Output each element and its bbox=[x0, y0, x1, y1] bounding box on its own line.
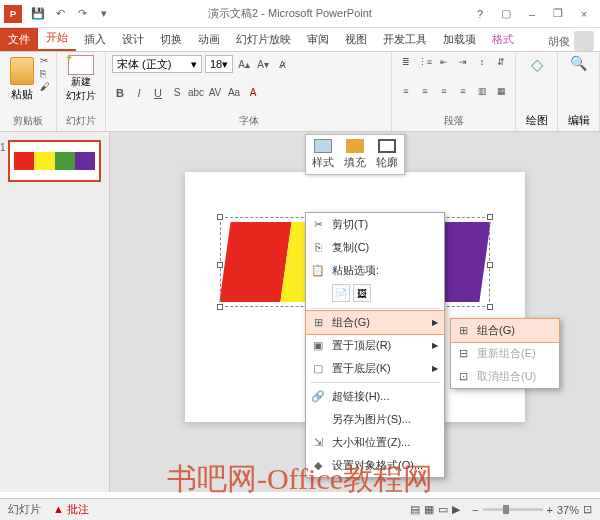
spacing-icon[interactable]: AV bbox=[207, 85, 223, 101]
ctx-group[interactable]: ⊞组合(G)▶ bbox=[306, 311, 444, 334]
view-buttons: ▤ ▦ ▭ ▶ bbox=[410, 503, 460, 516]
redo-icon[interactable]: ↷ bbox=[74, 6, 90, 22]
paste-options-row: 📄🖼 bbox=[306, 282, 444, 306]
tab-design[interactable]: 设计 bbox=[114, 28, 152, 51]
fill-icon bbox=[346, 139, 364, 153]
case-icon[interactable]: Aa bbox=[226, 85, 242, 101]
maximize-icon[interactable]: ❐ bbox=[546, 4, 570, 24]
ctx-copy[interactable]: ⎘复制(C) bbox=[306, 236, 444, 259]
zoom-percent[interactable]: 37% bbox=[557, 504, 579, 516]
bold-icon[interactable]: B bbox=[112, 85, 128, 101]
textdir-icon[interactable]: ⇵ bbox=[493, 55, 509, 69]
ctx-send-back[interactable]: ▢置于底层(K)▶ bbox=[306, 357, 444, 380]
mini-fill-button[interactable]: 填充 bbox=[340, 137, 370, 172]
zoom-out-icon[interactable]: − bbox=[472, 504, 478, 516]
ribbon-toggle-icon[interactable]: ▢ bbox=[494, 4, 518, 24]
shapes-icon[interactable]: ◇ bbox=[522, 55, 551, 74]
link-icon: 🔗 bbox=[311, 390, 325, 404]
smartart-icon[interactable]: ▦ bbox=[493, 84, 509, 98]
ctx-format-object[interactable]: ◆设置对象格式(O)... bbox=[306, 454, 444, 477]
bullets-icon[interactable]: ≣ bbox=[398, 55, 414, 69]
chevron-right-icon: ▶ bbox=[432, 318, 438, 327]
italic-icon[interactable]: I bbox=[131, 85, 147, 101]
cut-icon[interactable]: ✂ bbox=[40, 55, 50, 66]
tab-format[interactable]: 格式 bbox=[484, 28, 522, 51]
clipboard-icon bbox=[10, 57, 34, 85]
justify-icon[interactable]: ≡ bbox=[455, 84, 471, 98]
paste-button[interactable]: 粘贴 bbox=[6, 55, 38, 103]
indent-dec-icon[interactable]: ⇤ bbox=[436, 55, 452, 69]
tab-insert[interactable]: 插入 bbox=[76, 28, 114, 51]
paste-opt-2[interactable]: 🖼 bbox=[353, 284, 371, 302]
normal-view-icon[interactable]: ▤ bbox=[410, 503, 420, 516]
numbering-icon[interactable]: ⋮≡ bbox=[417, 55, 433, 69]
thumb-number: 1 bbox=[0, 142, 6, 153]
close-icon[interactable]: × bbox=[572, 4, 596, 24]
mini-style-button[interactable]: 样式 bbox=[308, 137, 338, 172]
find-icon[interactable]: 🔍 bbox=[564, 55, 593, 71]
group-icon: ⊞ bbox=[456, 324, 470, 338]
thumbnail-pane[interactable]: 1 bbox=[0, 132, 110, 492]
format-painter-icon[interactable]: 🖌 bbox=[40, 81, 50, 92]
help-icon[interactable]: ? bbox=[468, 4, 492, 24]
tab-animations[interactable]: 动画 bbox=[190, 28, 228, 51]
increase-font-icon[interactable]: A▴ bbox=[236, 56, 252, 72]
ctx-hyperlink[interactable]: 🔗超链接(H)... bbox=[306, 385, 444, 408]
qat-more-icon[interactable]: ▾ bbox=[96, 6, 112, 22]
slide-thumbnail-1[interactable]: 1 bbox=[8, 140, 101, 182]
window-controls: ? ▢ – ❐ × bbox=[468, 4, 596, 24]
tab-file[interactable]: 文件 bbox=[0, 28, 38, 51]
paste-icon: 📋 bbox=[311, 264, 325, 278]
tab-slideshow[interactable]: 幻灯片放映 bbox=[228, 28, 299, 51]
font-name-combo[interactable]: 宋体 (正文)▾ bbox=[112, 55, 202, 73]
font-size-combo[interactable]: 18▾ bbox=[205, 55, 233, 73]
sorter-view-icon[interactable]: ▦ bbox=[424, 503, 434, 516]
font-color-icon[interactable]: A bbox=[245, 85, 261, 101]
tab-addins[interactable]: 加载项 bbox=[435, 28, 484, 51]
sub-group[interactable]: ⊞组合(G) bbox=[451, 319, 559, 342]
style-icon bbox=[314, 139, 332, 153]
underline-icon[interactable]: U bbox=[150, 85, 166, 101]
minimize-icon[interactable]: – bbox=[520, 4, 544, 24]
clear-format-icon[interactable]: A̷ bbox=[274, 56, 290, 72]
indent-inc-icon[interactable]: ⇥ bbox=[455, 55, 471, 69]
status-comments[interactable]: ▲ 批注 bbox=[53, 502, 89, 517]
workspace: 1 样式 填充 轮廓 ✂剪切(T) ⎘复制(C) 📋粘 bbox=[0, 132, 600, 492]
columns-icon[interactable]: ▥ bbox=[474, 84, 490, 98]
align-right-icon[interactable]: ≡ bbox=[436, 84, 452, 98]
undo-icon[interactable]: ↶ bbox=[52, 6, 68, 22]
new-slide-icon bbox=[68, 55, 94, 75]
new-slide-button[interactable]: 新建 幻灯片 bbox=[63, 55, 99, 103]
linespacing-icon[interactable]: ↕ bbox=[474, 55, 490, 69]
mini-outline-button[interactable]: 轮廓 bbox=[372, 137, 402, 172]
zoom-slider[interactable] bbox=[483, 508, 543, 511]
align-center-icon[interactable]: ≡ bbox=[417, 84, 433, 98]
tab-transitions[interactable]: 切换 bbox=[152, 28, 190, 51]
ctx-bring-front[interactable]: ▣置于顶层(R)▶ bbox=[306, 334, 444, 357]
size-icon: ⇲ bbox=[311, 436, 325, 450]
ctx-save-as-picture[interactable]: 另存为图片(S)... bbox=[306, 408, 444, 431]
decrease-font-icon[interactable]: A▾ bbox=[255, 56, 271, 72]
paste-opt-1[interactable]: 📄 bbox=[332, 284, 350, 302]
new-slide-label: 新建 幻灯片 bbox=[66, 75, 96, 103]
reading-view-icon[interactable]: ▭ bbox=[438, 503, 448, 516]
tab-home[interactable]: 开始 bbox=[38, 26, 76, 51]
zoom-in-icon[interactable]: + bbox=[547, 504, 553, 516]
tab-review[interactable]: 审阅 bbox=[299, 28, 337, 51]
ctx-cut[interactable]: ✂剪切(T) bbox=[306, 213, 444, 236]
fit-icon[interactable]: ⊡ bbox=[583, 503, 592, 516]
slide-canvas[interactable]: 样式 填充 轮廓 ✂剪切(T) ⎘复制(C) 📋粘贴选项: 📄🖼 ⊞组合(G)▶… bbox=[110, 132, 600, 492]
user-area[interactable]: 胡俊 bbox=[548, 31, 594, 51]
tab-view[interactable]: 视图 bbox=[337, 28, 375, 51]
status-slide[interactable]: 幻灯片 bbox=[8, 502, 41, 517]
shadow-icon[interactable]: abc bbox=[188, 85, 204, 101]
tab-developer[interactable]: 开发工具 bbox=[375, 28, 435, 51]
ctx-size-position[interactable]: ⇲大小和位置(Z)... bbox=[306, 431, 444, 454]
align-left-icon[interactable]: ≡ bbox=[398, 84, 414, 98]
slideshow-view-icon[interactable]: ▶ bbox=[452, 503, 460, 516]
clipboard-group-label: 剪贴板 bbox=[6, 114, 50, 128]
strike-icon[interactable]: S bbox=[169, 85, 185, 101]
copy-icon[interactable]: ⎘ bbox=[40, 68, 50, 79]
save-icon[interactable]: 💾 bbox=[30, 6, 46, 22]
group-drawing: ◇ 绘图 bbox=[516, 52, 558, 131]
